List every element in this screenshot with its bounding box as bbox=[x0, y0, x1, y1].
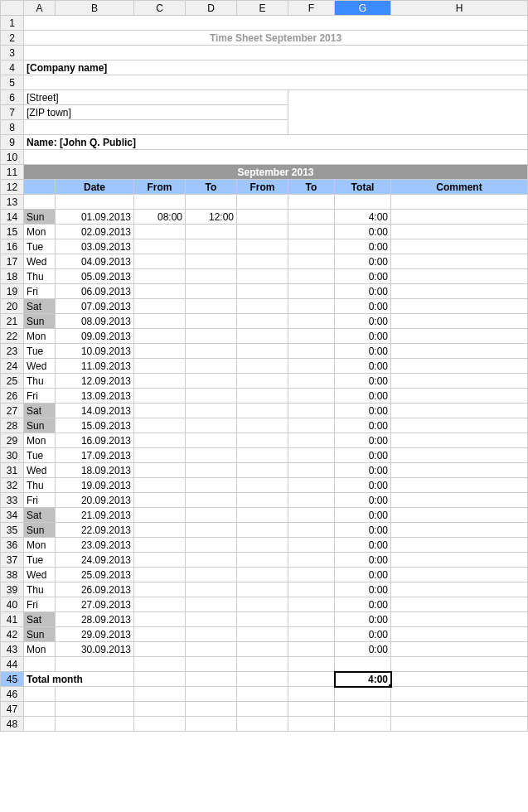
cell[interactable] bbox=[134, 657, 186, 672]
cell[interactable] bbox=[24, 46, 528, 60]
from1-cell[interactable] bbox=[134, 463, 186, 478]
to1-cell[interactable] bbox=[186, 404, 237, 418]
from2-cell[interactable] bbox=[237, 389, 288, 404]
comment-cell[interactable] bbox=[391, 225, 528, 239]
from2-cell[interactable] bbox=[237, 597, 288, 612]
cell[interactable] bbox=[237, 195, 288, 210]
cell[interactable] bbox=[186, 687, 237, 702]
cell[interactable] bbox=[237, 672, 288, 687]
total-cell[interactable]: 0:00 bbox=[335, 389, 391, 404]
from2-cell[interactable] bbox=[237, 582, 288, 597]
from1-cell[interactable] bbox=[134, 612, 186, 627]
from2-cell[interactable] bbox=[237, 404, 288, 418]
to2-cell[interactable] bbox=[288, 493, 335, 508]
cell[interactable] bbox=[391, 657, 528, 672]
total-cell[interactable]: 0:00 bbox=[335, 374, 391, 389]
day-cell[interactable]: Mon bbox=[24, 225, 56, 239]
total-cell[interactable]: 0:00 bbox=[335, 284, 391, 299]
comment-cell[interactable] bbox=[391, 284, 528, 299]
row-header-4[interactable]: 4 bbox=[1, 60, 24, 75]
cell[interactable] bbox=[24, 702, 56, 717]
from1-cell[interactable] bbox=[134, 597, 186, 612]
row-header-21[interactable]: 21 bbox=[1, 314, 24, 329]
comment-cell[interactable] bbox=[391, 374, 528, 389]
to1-cell[interactable] bbox=[186, 582, 237, 597]
to1-cell[interactable] bbox=[186, 627, 237, 642]
total-cell[interactable]: 0:00 bbox=[335, 433, 391, 448]
col-header-B[interactable]: B bbox=[56, 1, 134, 16]
row-header-44[interactable]: 44 bbox=[1, 657, 24, 672]
row-header-28[interactable]: 28 bbox=[1, 418, 24, 433]
comment-cell[interactable] bbox=[391, 210, 528, 225]
to1-cell[interactable] bbox=[186, 523, 237, 538]
cell[interactable] bbox=[391, 195, 528, 210]
total-cell[interactable]: 0:00 bbox=[335, 329, 391, 344]
cell[interactable] bbox=[288, 120, 528, 135]
row-header-13[interactable]: 13 bbox=[1, 195, 24, 210]
from1-cell[interactable] bbox=[134, 269, 186, 284]
hdr-day[interactable] bbox=[24, 180, 56, 195]
cell[interactable] bbox=[288, 672, 335, 687]
row-header-31[interactable]: 31 bbox=[1, 463, 24, 478]
to2-cell[interactable] bbox=[288, 597, 335, 612]
comment-cell[interactable] bbox=[391, 418, 528, 433]
day-cell[interactable]: Thu bbox=[24, 269, 56, 284]
total-cell[interactable]: 0:00 bbox=[335, 493, 391, 508]
hdr-to1[interactable]: To bbox=[186, 180, 237, 195]
row-header-20[interactable]: 20 bbox=[1, 299, 24, 314]
company-name[interactable]: [Company name] bbox=[24, 60, 528, 75]
cell[interactable] bbox=[134, 687, 186, 702]
row-header-6[interactable]: 6 bbox=[1, 90, 24, 105]
col-header-E[interactable]: E bbox=[237, 1, 288, 16]
cell[interactable] bbox=[288, 195, 335, 210]
hdr-date[interactable]: Date bbox=[56, 180, 134, 195]
to1-cell[interactable] bbox=[186, 612, 237, 627]
day-cell[interactable]: Mon bbox=[24, 329, 56, 344]
to2-cell[interactable] bbox=[288, 299, 335, 314]
comment-cell[interactable] bbox=[391, 359, 528, 374]
date-cell[interactable]: 20.09.2013 bbox=[56, 493, 134, 508]
comment-cell[interactable] bbox=[391, 568, 528, 582]
cell[interactable] bbox=[24, 16, 528, 31]
day-cell[interactable]: Fri bbox=[24, 493, 56, 508]
to1-cell[interactable] bbox=[186, 344, 237, 359]
comment-cell[interactable] bbox=[391, 642, 528, 657]
date-cell[interactable]: 27.09.2013 bbox=[56, 597, 134, 612]
cell[interactable] bbox=[56, 687, 134, 702]
to1-cell[interactable] bbox=[186, 389, 237, 404]
row-header-8[interactable]: 8 bbox=[1, 120, 24, 135]
date-cell[interactable]: 30.09.2013 bbox=[56, 642, 134, 657]
to1-cell[interactable] bbox=[186, 493, 237, 508]
cell[interactable] bbox=[134, 672, 186, 687]
date-cell[interactable]: 24.09.2013 bbox=[56, 553, 134, 568]
comment-cell[interactable] bbox=[391, 299, 528, 314]
row-header-7[interactable]: 7 bbox=[1, 105, 24, 120]
day-cell[interactable]: Wed bbox=[24, 568, 56, 582]
from1-cell[interactable] bbox=[134, 582, 186, 597]
date-cell[interactable]: 23.09.2013 bbox=[56, 538, 134, 553]
total-cell[interactable]: 0:00 bbox=[335, 508, 391, 523]
from2-cell[interactable] bbox=[237, 314, 288, 329]
col-header-C[interactable]: C bbox=[134, 1, 186, 16]
day-cell[interactable]: Wed bbox=[24, 359, 56, 374]
to2-cell[interactable] bbox=[288, 284, 335, 299]
date-cell[interactable]: 10.09.2013 bbox=[56, 344, 134, 359]
from1-cell[interactable]: 08:00 bbox=[134, 210, 186, 225]
row-header-46[interactable]: 46 bbox=[1, 687, 24, 702]
comment-cell[interactable] bbox=[391, 553, 528, 568]
total-cell[interactable]: 0:00 bbox=[335, 225, 391, 239]
cell[interactable] bbox=[237, 702, 288, 717]
row-header-42[interactable]: 42 bbox=[1, 627, 24, 642]
cell[interactable] bbox=[24, 75, 528, 90]
comment-cell[interactable] bbox=[391, 493, 528, 508]
row-header-16[interactable]: 16 bbox=[1, 239, 24, 254]
comment-cell[interactable] bbox=[391, 344, 528, 359]
hdr-total[interactable]: Total bbox=[335, 180, 391, 195]
date-cell[interactable]: 18.09.2013 bbox=[56, 463, 134, 478]
date-cell[interactable]: 06.09.2013 bbox=[56, 284, 134, 299]
day-cell[interactable]: Fri bbox=[24, 389, 56, 404]
to1-cell[interactable] bbox=[186, 568, 237, 582]
date-cell[interactable]: 12.09.2013 bbox=[56, 374, 134, 389]
to2-cell[interactable] bbox=[288, 627, 335, 642]
hdr-comment[interactable]: Comment bbox=[391, 180, 528, 195]
